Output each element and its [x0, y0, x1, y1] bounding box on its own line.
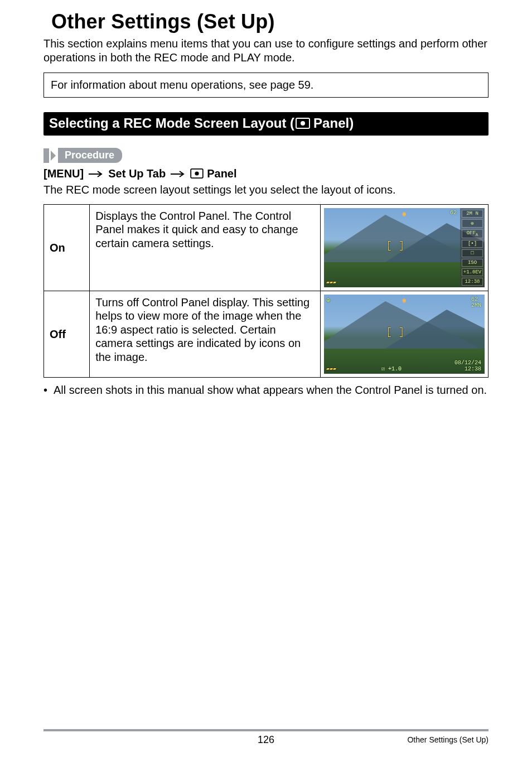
svg-point-5: [195, 171, 199, 175]
table-row: Off Turns off Control Panel display. Thi…: [44, 291, 489, 378]
panel-size: 2M N: [462, 210, 483, 218]
footer-rule: [43, 729, 489, 731]
panel-off: OFFA: [462, 229, 483, 238]
date-time: 08/12/2412:38: [454, 360, 481, 372]
focus-brackets-icon: ┌ ┐└ ┘: [386, 237, 407, 255]
arrow-right-icon: [88, 170, 104, 178]
option-label-off: Off: [44, 291, 90, 378]
footnote-text: All screen shots in this manual show wha…: [54, 383, 487, 397]
ev-indicator: ☑ +1.0: [381, 365, 402, 372]
flash-icon: ⊕: [326, 296, 330, 305]
page-title: Other Settings (Set Up): [51, 10, 489, 33]
svg-point-1: [301, 121, 305, 126]
sample-screenshot-on: ◉ 62 ┌ ┐└ ┘ ▰▰▰ 2M N ⊕ OFFA [•] □ ISO +1…: [324, 208, 485, 287]
panel-iso: ISO: [462, 259, 483, 267]
panel-time: 12:38: [462, 278, 483, 286]
procedure-label-row: Procedure: [43, 148, 489, 163]
path-step-setup: Set Up Tab: [108, 167, 166, 180]
procedure-bullet: [43, 148, 49, 163]
focus-brackets-icon: ┌ ┐└ ┘: [386, 324, 407, 341]
option-desc-off: Turns off Control Panel display. This se…: [90, 291, 321, 378]
option-sample-on: ◉ 62 ┌ ┐└ ┘ ▰▰▰ 2M N ⊕ OFFA [•] □ ISO +1…: [320, 205, 488, 291]
path-step-panel: Panel: [207, 167, 236, 180]
battery-icon: ▰▰▰: [326, 279, 336, 286]
manual-page: Other Settings (Set Up) This section exp…: [0, 0, 532, 757]
control-panel-strip: 2M N ⊕ OFFA [•] □ ISO +1.0EV 12:38: [460, 208, 485, 287]
arrow-right-icon: [170, 170, 186, 178]
procedure-tag: Procedure: [58, 148, 122, 163]
footer-section-label: Other Settings (Set Up): [407, 735, 489, 744]
battery-icon: ▰▰▰: [326, 365, 336, 372]
panel-flash: ⊕: [462, 219, 483, 228]
sample-screenshot-off: ⊕ ◉ 62 2MN ┌ ┐└ ┘ ☑ +1.0 ▰▰▰ 08/12/2412:…: [324, 295, 485, 374]
page-footer: 126 Other Settings (Set Up): [43, 729, 489, 745]
camera-icon: ◉: [402, 210, 406, 218]
info-note-box: For information about menu operations, s…: [43, 73, 489, 98]
section-heading-bar: Selecting a REC Mode Screen Layout ( Pan…: [43, 112, 489, 136]
panel-cont: □: [462, 249, 483, 257]
procedure-chevron-icon: [51, 151, 56, 161]
options-table: On Displays the Control Panel. The Contr…: [43, 204, 489, 378]
panel-icon: [190, 167, 204, 180]
option-label-on: On: [44, 205, 90, 291]
page-number: 126: [258, 734, 274, 746]
option-sample-off: ⊕ ◉ 62 2MN ┌ ┐└ ┘ ☑ +1.0 ▰▰▰ 08/12/2412:…: [320, 291, 488, 378]
camera-icon: ◉: [402, 296, 406, 305]
section-title-post: Panel): [313, 115, 354, 131]
shot-info: 62 2MN: [471, 296, 481, 308]
footnote-bullet: • All screen shots in this manual show w…: [43, 383, 489, 397]
section-title-pre: Selecting a REC Mode Screen Layout (: [49, 115, 294, 131]
panel-meter: [•]: [462, 240, 483, 248]
path-step-menu: [MENU]: [43, 167, 84, 180]
table-row: On Displays the Control Panel. The Contr…: [44, 205, 489, 291]
intro-text: This section explains menu items that yo…: [43, 37, 489, 65]
bullet-dot-icon: •: [43, 383, 54, 397]
panel-ev: +1.0EV: [462, 268, 483, 276]
panel-icon: [296, 118, 310, 129]
procedure-path: [MENU] Set Up Tab Panel: [43, 167, 489, 180]
shot-count: 62: [450, 210, 457, 216]
section-description: The REC mode screen layout settings let …: [43, 184, 489, 196]
option-desc-on: Displays the Control Panel. The Control …: [90, 205, 321, 291]
